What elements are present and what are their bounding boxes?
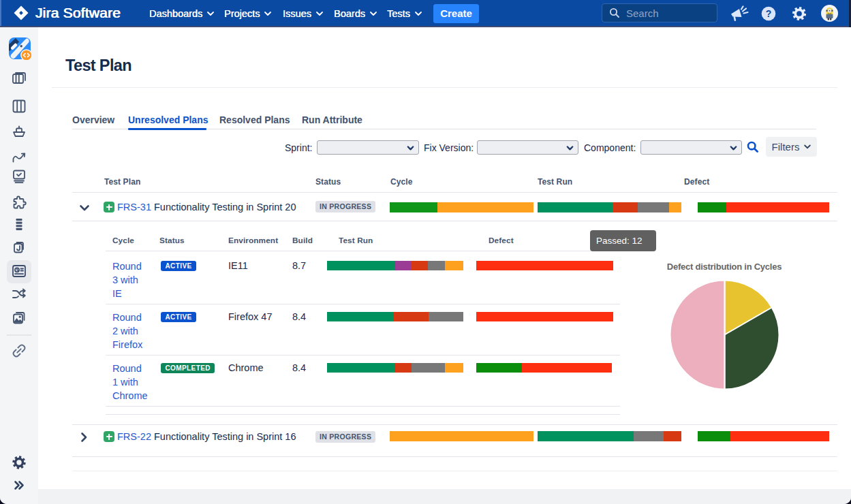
svg-text:?: ? xyxy=(766,8,772,19)
